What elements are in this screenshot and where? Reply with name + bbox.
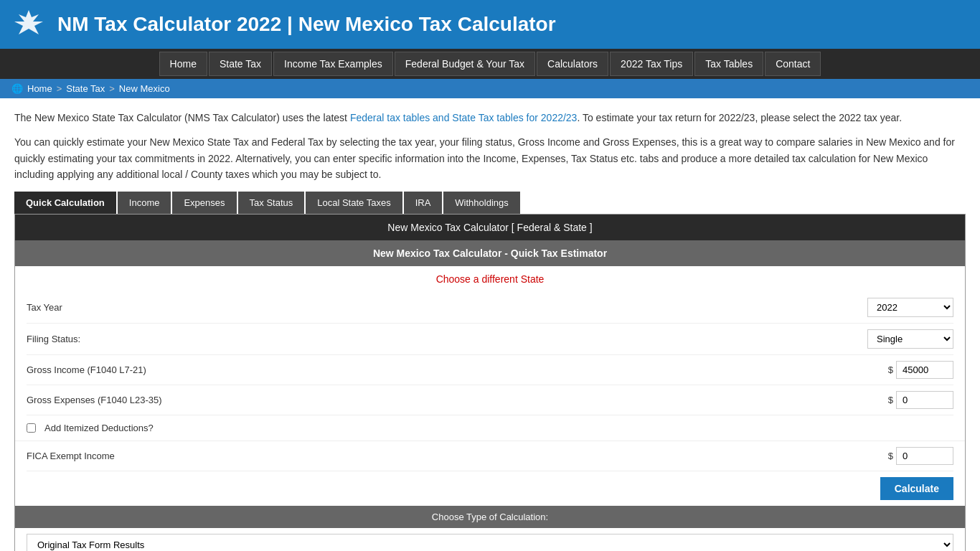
fica-exempt-row: FICA Exempt Income $ xyxy=(27,441,953,471)
fica-exempt-label: FICA Exempt Income xyxy=(27,451,888,461)
nav-state-tax[interactable]: State Tax xyxy=(209,52,272,76)
tab-withholdings[interactable]: Withholdings xyxy=(443,192,519,214)
itemized-deductions-checkbox[interactable] xyxy=(27,423,36,433)
nav-tax-tables[interactable]: Tax Tables xyxy=(694,52,763,76)
breadcrumb-sep-1: > xyxy=(57,83,62,94)
description-p2: You can quickly estimate your New Mexico… xyxy=(14,134,966,182)
calc-type-select-row: Original Tax Form Results Simplified Tax… xyxy=(15,528,965,551)
gross-income-row: Gross Income (F1040 L7-21) $ xyxy=(27,355,953,385)
nav-income-tax-examples[interactable]: Income Tax Examples xyxy=(273,52,393,76)
nav-home[interactable]: Home xyxy=(159,52,207,76)
itemized-deductions-row: Add Itemized Deductions? xyxy=(15,415,965,441)
nav-calculators[interactable]: Calculators xyxy=(537,52,608,76)
nav-federal-budget[interactable]: Federal Budget & Your Tax xyxy=(395,52,535,76)
breadcrumb: 🌐 Home > State Tax > New Mexico xyxy=(0,79,980,98)
gross-expenses-input-group: $ xyxy=(888,391,953,409)
tab-quick-calculation[interactable]: Quick Calculation xyxy=(14,192,116,214)
choose-state-link[interactable]: Choose a different State xyxy=(15,266,965,292)
fica-exempt-input-group: $ xyxy=(888,447,953,465)
gross-expenses-label: Gross Expenses (F1040 L23-35) xyxy=(27,395,888,405)
filing-status-select[interactable]: Single Married Filing Jointly Married Fi… xyxy=(867,329,953,349)
fica-exempt-input[interactable] xyxy=(896,447,953,465)
nav-2022-tax-tips[interactable]: 2022 Tax Tips xyxy=(610,52,693,76)
form-section: Tax Year 2022 2021 2020 2019 Filin xyxy=(15,292,965,415)
tax-year-label: Tax Year xyxy=(27,302,867,313)
gross-income-label: Gross Income (F1040 L7-21) xyxy=(27,364,888,375)
tabs-container: Quick Calculation Income Expenses Tax St… xyxy=(14,192,966,214)
gross-income-dollar: $ xyxy=(888,364,893,375)
nav-contact[interactable]: Contact xyxy=(765,52,821,76)
calc-type-select[interactable]: Original Tax Form Results Simplified Tax… xyxy=(27,534,953,551)
globe-icon: 🌐 xyxy=(11,83,23,94)
itemized-deductions-label: Add Itemized Deductions? xyxy=(44,423,154,433)
site-header: NM Tax Calculator 2022 | New Mexico Tax … xyxy=(0,0,980,49)
breadcrumb-current: New Mexico xyxy=(119,83,170,94)
breadcrumb-state-tax[interactable]: State Tax xyxy=(66,83,105,94)
main-nav: Home State Tax Income Tax Examples Feder… xyxy=(0,49,980,79)
gross-expenses-dollar: $ xyxy=(888,395,893,405)
gross-expenses-row: Gross Expenses (F1040 L23-35) $ xyxy=(27,385,953,415)
filing-status-label: Filing Status: xyxy=(27,334,867,344)
calculate-button-row: Calculate xyxy=(15,471,965,506)
calc-header: New Mexico Tax Calculator [ Federal & St… xyxy=(15,215,965,240)
tax-year-select[interactable]: 2022 2021 2020 2019 xyxy=(867,298,953,317)
main-content: The New Mexico State Tax Calculator (NMS… xyxy=(0,98,980,551)
gross-income-input[interactable] xyxy=(896,361,953,379)
tax-year-input-group: 2022 2021 2020 2019 xyxy=(867,298,953,317)
calculator-section: Quick Calculation Income Expenses Tax St… xyxy=(14,192,966,551)
breadcrumb-home[interactable]: Home xyxy=(27,83,52,94)
tab-local-state-taxes[interactable]: Local State Taxes xyxy=(306,192,402,214)
description-p1: The New Mexico State Tax Calculator (NMS… xyxy=(14,110,966,126)
site-logo-icon xyxy=(11,7,46,42)
tab-expenses[interactable]: Expenses xyxy=(172,192,236,214)
breadcrumb-sep-2: > xyxy=(109,83,115,94)
tab-ira[interactable]: IRA xyxy=(404,192,443,214)
federal-tax-link[interactable]: Federal tax tables and State Tax tables … xyxy=(350,112,578,123)
tab-income[interactable]: Income xyxy=(118,192,171,214)
calc-body: Choose a different State Tax Year 2022 2… xyxy=(15,266,965,551)
tax-year-row: Tax Year 2022 2021 2020 2019 xyxy=(27,292,953,324)
calc-subheader: New Mexico Tax Calculator - Quick Tax Es… xyxy=(15,240,965,266)
calculator-box: New Mexico Tax Calculator [ Federal & St… xyxy=(14,214,966,551)
filing-status-row: Filing Status: Single Married Filing Joi… xyxy=(27,324,953,355)
fica-exempt-dollar: $ xyxy=(888,451,893,461)
calculate-button[interactable]: Calculate xyxy=(880,477,953,500)
form-section-2: FICA Exempt Income $ xyxy=(15,441,965,471)
gross-income-input-group: $ xyxy=(888,361,953,379)
site-title: NM Tax Calculator 2022 | New Mexico Tax … xyxy=(57,13,556,36)
filing-status-input-group: Single Married Filing Jointly Married Fi… xyxy=(867,329,953,349)
gross-expenses-input[interactable] xyxy=(896,391,953,409)
tab-tax-status[interactable]: Tax Status xyxy=(238,192,305,214)
calc-type-section: Choose Type of Calculation: xyxy=(15,506,965,528)
